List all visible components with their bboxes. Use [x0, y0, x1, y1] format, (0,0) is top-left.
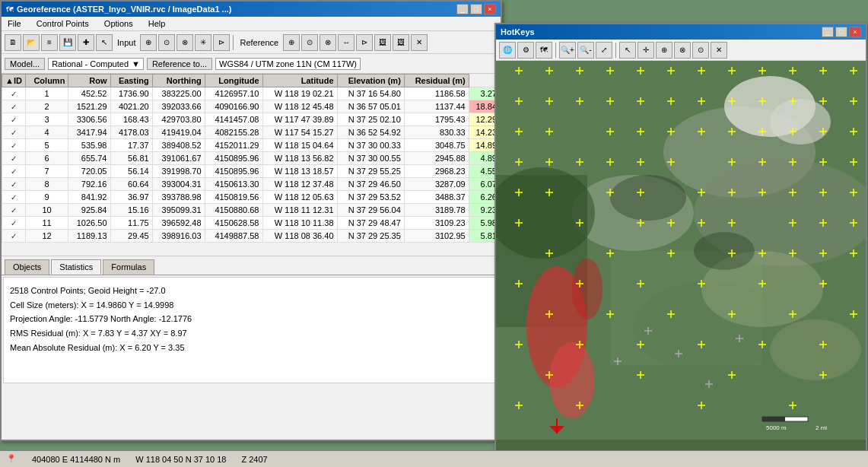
- tab-objects[interactable]: Objects: [5, 259, 49, 275]
- table-body: ✓1452.521736.90383225.004126957.10W 118 …: [2, 87, 501, 243]
- toolbar-ref5[interactable]: ⊳: [356, 34, 373, 51]
- table-cell: ✓: [2, 126, 26, 139]
- table-cell: 389408.52: [152, 139, 205, 152]
- minimize-button[interactable]: _: [456, 4, 469, 14]
- table-row[interactable]: ✓9841.9236.97393788.984150819.56W 118 12…: [2, 191, 501, 204]
- toolbar-input2[interactable]: ⊙: [158, 34, 175, 51]
- stats-line4: RMS Residual (m): X = 7.83 Y = 4.37 XY =…: [10, 326, 492, 341]
- menu-control-points[interactable]: Control Points: [33, 18, 92, 29]
- stats-line1: 2518 Control Points; Geoid Height = -27.…: [10, 284, 492, 298]
- georef-title-bar: 🗺 Georeference (ASTER_Inyo_VNIR.rvc / Im…: [2, 2, 501, 17]
- reference-label: Reference: [237, 38, 281, 47]
- table-cell: N 37 29 46.50: [337, 178, 404, 191]
- table-cell: N 37 25 02.10: [337, 113, 404, 126]
- map-maximize-button[interactable]: □: [835, 27, 847, 37]
- table-cell: 9: [25, 191, 68, 204]
- table-cell: 11.75: [110, 217, 152, 230]
- status-coords2: W 118 04 50 N 37 10 18: [135, 455, 226, 464]
- model-button[interactable]: Model...: [5, 58, 45, 70]
- toolbar-save-btn[interactable]: 💾: [59, 34, 76, 51]
- table-row[interactable]: ✓1452.521736.90383225.004126957.10W 118 …: [2, 87, 501, 100]
- table-cell: 168.43: [110, 113, 152, 126]
- toolbar-ref1[interactable]: ⊕: [283, 34, 300, 51]
- table-cell: 4021.20: [110, 100, 152, 113]
- map-cursor1[interactable]: ↖: [619, 42, 636, 59]
- toolbar-cursor-btn[interactable]: ↖: [96, 34, 113, 51]
- table-row[interactable]: ✓10925.8415.16395099.314150880.68W 118 1…: [2, 204, 501, 217]
- tab-formulas[interactable]: Formulas: [103, 259, 154, 275]
- col-header-row: Row: [68, 75, 110, 87]
- map-content[interactable]: 5000 m 2 mi: [496, 61, 866, 440]
- table-cell: W 118 12 05.63: [262, 191, 337, 204]
- toolbar-ref3[interactable]: ⊗: [320, 34, 336, 51]
- table-row[interactable]: ✓43417.944178.03419419.044082155.28W 117…: [2, 126, 501, 139]
- toolbar-ref4[interactable]: ↔: [338, 34, 355, 51]
- map-close-button[interactable]: ×: [849, 27, 861, 37]
- table-cell: 3109.23: [404, 217, 469, 230]
- table-row[interactable]: ✓33306.56168.43429703.804141457.08W 117 …: [2, 113, 501, 126]
- map-zoom-out[interactable]: 🔍-: [577, 42, 594, 59]
- table-row[interactable]: ✓121189.1329.45398916.034149887.58W 118 …: [2, 230, 501, 243]
- table-cell: ✓: [2, 204, 26, 217]
- table-row[interactable]: ✓8792.1660.64393004.314150613.30W 118 12…: [2, 178, 501, 191]
- model-bar: Model... Rational - Computed ▼ Reference…: [2, 54, 501, 74]
- map-tool1[interactable]: 🌐: [499, 42, 516, 59]
- table-row[interactable]: ✓5535.9817.37389408.524152011.29W 118 15…: [2, 139, 501, 152]
- toolbar-input1[interactable]: ⊕: [140, 34, 157, 51]
- toolbar-input5[interactable]: ⊳: [213, 34, 230, 51]
- model-dropdown[interactable]: Rational - Computed ▼: [48, 58, 144, 70]
- toolbar-open-btn[interactable]: 📂: [23, 34, 40, 51]
- map-cursor4[interactable]: ⊗: [674, 42, 691, 59]
- tab-statistics[interactable]: Statistics: [51, 259, 101, 275]
- table-row[interactable]: ✓21521.294021.20392033.664090166.90W 118…: [2, 100, 501, 113]
- map-tool2[interactable]: ⚙: [517, 42, 534, 59]
- map-cursor6[interactable]: ✕: [711, 42, 727, 59]
- toolbar-new-btn[interactable]: 🗎: [5, 34, 21, 51]
- table-row[interactable]: ✓111026.5011.75396592.484150628.58W 118 …: [2, 217, 501, 230]
- map-minimize-button[interactable]: _: [822, 27, 834, 37]
- map-cursor5[interactable]: ⊙: [692, 42, 709, 59]
- toolbar-delete[interactable]: ✕: [411, 34, 428, 51]
- map-tool3[interactable]: 🗺: [536, 42, 552, 59]
- menu-file[interactable]: File: [5, 18, 24, 29]
- menu-options[interactable]: Options: [101, 18, 136, 29]
- table-cell: 6: [25, 152, 68, 165]
- table-cell: W 118 12 45.48: [262, 100, 337, 113]
- table-cell: ✓: [2, 113, 26, 126]
- close-button[interactable]: ×: [484, 4, 496, 14]
- toolbar-input4[interactable]: ✳: [195, 34, 211, 51]
- toolbar-img2[interactable]: 🖼: [393, 34, 409, 51]
- desktop: 🗺 Georeference (ASTER_Inyo_VNIR.rvc / Im…: [0, 0, 868, 467]
- toolbar-img1[interactable]: 🖼: [374, 34, 391, 51]
- table-cell: 392033.66: [152, 100, 205, 113]
- model-type-label: Rational - Computed: [52, 59, 129, 68]
- toolbar-input3[interactable]: ⊗: [176, 34, 193, 51]
- table-row[interactable]: ✓6655.7456.81391061.674150895.96W 118 13…: [2, 152, 501, 165]
- svg-rect-228: [762, 417, 785, 421]
- map-cursor2[interactable]: ✛: [637, 42, 654, 59]
- toolbar-add-btn[interactable]: ✚: [78, 34, 94, 51]
- svg-point-5: [770, 99, 831, 145]
- toolbar-list-btn[interactable]: ≡: [41, 34, 58, 51]
- svg-text:2 mi: 2 mi: [816, 424, 827, 431]
- table-cell: 393788.98: [152, 191, 205, 204]
- map-zoom-in[interactable]: 🔍+: [559, 42, 576, 59]
- table-cell: ✓: [2, 100, 26, 113]
- map-sep1: [555, 43, 556, 58]
- table-cell: N 37 29 56.04: [337, 204, 404, 217]
- map-zoom-full[interactable]: ⤢: [596, 42, 612, 59]
- toolbar-ref2[interactable]: ⊙: [301, 34, 318, 51]
- map-cursor3[interactable]: ⊕: [656, 42, 672, 59]
- table-row[interactable]: ✓7720.0556.14391998.704150895.96W 118 13…: [2, 165, 501, 178]
- menu-help[interactable]: Help: [145, 18, 169, 29]
- table-cell: 391998.70: [152, 165, 205, 178]
- table-cell: 12: [25, 230, 68, 243]
- svg-point-9: [549, 342, 595, 418]
- svg-point-15: [610, 175, 686, 221]
- table-cell: 429703.80: [152, 113, 205, 126]
- map-window: HotKeys _ □ × 🌐 ⚙ 🗺 🔍+ 🔍- ⤢ ↖ ✛ ⊕ ⊗ ⊙ ✕: [494, 23, 867, 456]
- reference-to-button[interactable]: Reference to...: [147, 58, 212, 70]
- control-points-table-container: ▲ID Column Row Easting Northing Longitud…: [2, 74, 501, 256]
- table-cell: 3: [25, 113, 68, 126]
- maximize-button[interactable]: □: [470, 4, 482, 14]
